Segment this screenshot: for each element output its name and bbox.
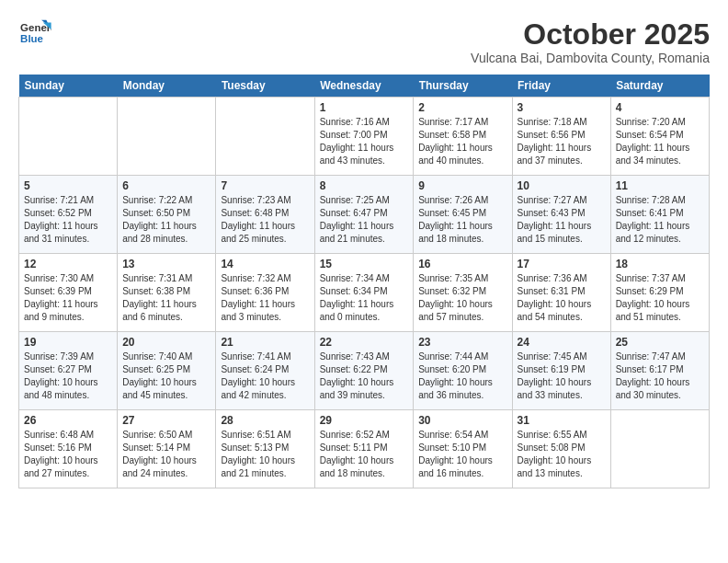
calendar-cell: 6Sunrise: 7:22 AM Sunset: 6:50 PM Daylig… — [118, 176, 216, 254]
calendar-cell: 15Sunrise: 7:34 AM Sunset: 6:34 PM Dayli… — [314, 254, 414, 332]
calendar-week-5: 26Sunrise: 6:48 AM Sunset: 5:16 PM Dayli… — [19, 410, 710, 488]
calendar-cell — [118, 98, 216, 176]
calendar-cell: 4Sunrise: 7:20 AM Sunset: 6:54 PM Daylig… — [610, 98, 709, 176]
month-title: October 2025 — [471, 18, 710, 51]
day-info: Sunrise: 7:22 AM Sunset: 6:50 PM Dayligh… — [122, 194, 210, 246]
calendar-week-1: 1Sunrise: 7:16 AM Sunset: 7:00 PM Daylig… — [19, 98, 710, 176]
calendar-week-4: 19Sunrise: 7:39 AM Sunset: 6:27 PM Dayli… — [19, 332, 710, 410]
calendar-cell: 23Sunrise: 7:44 AM Sunset: 6:20 PM Dayli… — [414, 332, 512, 410]
calendar-cell: 20Sunrise: 7:40 AM Sunset: 6:25 PM Dayli… — [118, 332, 216, 410]
calendar-cell: 19Sunrise: 7:39 AM Sunset: 6:27 PM Dayli… — [19, 332, 118, 410]
calendar-header: Sunday Monday Tuesday Wednesday Thursday… — [19, 75, 710, 98]
day-info: Sunrise: 7:39 AM Sunset: 6:27 PM Dayligh… — [24, 350, 112, 402]
day-info: Sunrise: 6:52 AM Sunset: 5:11 PM Dayligh… — [320, 429, 409, 480]
day-number: 14 — [221, 258, 309, 270]
calendar-cell: 9Sunrise: 7:26 AM Sunset: 6:45 PM Daylig… — [414, 176, 512, 254]
calendar-cell: 28Sunrise: 6:51 AM Sunset: 5:13 PM Dayli… — [216, 410, 314, 488]
calendar-cell: 31Sunrise: 6:55 AM Sunset: 5:08 PM Dayli… — [512, 410, 610, 488]
day-number: 24 — [518, 336, 606, 349]
day-number: 28 — [221, 414, 309, 427]
day-number: 4 — [616, 101, 704, 114]
calendar-cell: 21Sunrise: 7:41 AM Sunset: 6:24 PM Dayli… — [216, 332, 314, 410]
day-info: Sunrise: 6:55 AM Sunset: 5:08 PM Dayligh… — [518, 429, 606, 480]
day-info: Sunrise: 7:28 AM Sunset: 6:41 PM Dayligh… — [616, 194, 704, 246]
day-number: 27 — [122, 414, 210, 427]
day-number: 7 — [221, 179, 309, 192]
day-number: 29 — [320, 414, 409, 427]
day-info: Sunrise: 7:41 AM Sunset: 6:24 PM Dayligh… — [221, 350, 309, 402]
col-tuesday: Tuesday — [216, 75, 314, 98]
day-info: Sunrise: 7:16 AM Sunset: 7:00 PM Dayligh… — [320, 116, 409, 167]
day-number: 16 — [418, 258, 506, 270]
calendar-cell: 25Sunrise: 7:47 AM Sunset: 6:17 PM Dayli… — [610, 332, 709, 410]
day-info: Sunrise: 7:18 AM Sunset: 6:56 PM Dayligh… — [518, 116, 606, 167]
calendar-cell: 1Sunrise: 7:16 AM Sunset: 7:00 PM Daylig… — [314, 98, 414, 176]
day-info: Sunrise: 7:21 AM Sunset: 6:52 PM Dayligh… — [24, 194, 112, 246]
calendar-cell: 12Sunrise: 7:30 AM Sunset: 6:39 PM Dayli… — [19, 254, 118, 332]
calendar-cell: 24Sunrise: 7:45 AM Sunset: 6:19 PM Dayli… — [512, 332, 610, 410]
day-number: 18 — [616, 258, 704, 270]
calendar-cell: 11Sunrise: 7:28 AM Sunset: 6:41 PM Dayli… — [610, 176, 709, 254]
day-number: 21 — [221, 336, 309, 349]
day-number: 2 — [418, 101, 506, 114]
col-monday: Monday — [118, 75, 216, 98]
day-number: 12 — [24, 258, 112, 270]
day-info: Sunrise: 7:30 AM Sunset: 6:39 PM Dayligh… — [24, 272, 112, 324]
col-wednesday: Wednesday — [314, 75, 414, 98]
day-info: Sunrise: 7:27 AM Sunset: 6:43 PM Dayligh… — [518, 194, 606, 246]
calendar-cell: 30Sunrise: 6:54 AM Sunset: 5:10 PM Dayli… — [414, 410, 512, 488]
day-info: Sunrise: 7:43 AM Sunset: 6:22 PM Dayligh… — [320, 350, 409, 402]
calendar-week-2: 5Sunrise: 7:21 AM Sunset: 6:52 PM Daylig… — [19, 176, 710, 254]
day-info: Sunrise: 6:54 AM Sunset: 5:10 PM Dayligh… — [418, 429, 506, 480]
day-info: Sunrise: 7:40 AM Sunset: 6:25 PM Dayligh… — [122, 350, 210, 402]
day-number: 30 — [418, 414, 506, 427]
calendar-cell: 3Sunrise: 7:18 AM Sunset: 6:56 PM Daylig… — [512, 98, 610, 176]
calendar-cell: 18Sunrise: 7:37 AM Sunset: 6:29 PM Dayli… — [610, 254, 709, 332]
day-number: 3 — [518, 101, 606, 114]
col-friday: Friday — [512, 75, 610, 98]
day-number: 23 — [418, 336, 506, 349]
calendar-cell: 13Sunrise: 7:31 AM Sunset: 6:38 PM Dayli… — [118, 254, 216, 332]
day-info: Sunrise: 7:25 AM Sunset: 6:47 PM Dayligh… — [320, 194, 409, 246]
col-sunday: Sunday — [19, 75, 118, 98]
calendar-table: Sunday Monday Tuesday Wednesday Thursday… — [18, 75, 710, 488]
day-info: Sunrise: 7:26 AM Sunset: 6:45 PM Dayligh… — [418, 194, 506, 246]
calendar-cell: 29Sunrise: 6:52 AM Sunset: 5:11 PM Dayli… — [314, 410, 414, 488]
day-info: Sunrise: 7:36 AM Sunset: 6:31 PM Dayligh… — [518, 272, 606, 324]
calendar-body: 1Sunrise: 7:16 AM Sunset: 7:00 PM Daylig… — [19, 98, 710, 488]
day-number: 9 — [418, 179, 506, 192]
day-number: 20 — [122, 336, 210, 349]
day-number: 22 — [320, 336, 409, 349]
page-header: General Blue October 2025 Vulcana Bai, D… — [18, 18, 710, 65]
day-number: 17 — [518, 258, 606, 270]
col-saturday: Saturday — [610, 75, 709, 98]
day-info: Sunrise: 7:32 AM Sunset: 6:36 PM Dayligh… — [221, 272, 309, 324]
calendar-cell: 8Sunrise: 7:25 AM Sunset: 6:47 PM Daylig… — [314, 176, 414, 254]
col-thursday: Thursday — [414, 75, 512, 98]
calendar-cell — [19, 98, 118, 176]
calendar-cell: 5Sunrise: 7:21 AM Sunset: 6:52 PM Daylig… — [19, 176, 118, 254]
calendar-cell: 7Sunrise: 7:23 AM Sunset: 6:48 PM Daylig… — [216, 176, 314, 254]
day-number: 31 — [518, 414, 606, 427]
day-number: 25 — [616, 336, 704, 349]
calendar-cell: 27Sunrise: 6:50 AM Sunset: 5:14 PM Dayli… — [118, 410, 216, 488]
day-info: Sunrise: 7:37 AM Sunset: 6:29 PM Dayligh… — [616, 272, 704, 324]
day-info: Sunrise: 7:47 AM Sunset: 6:17 PM Dayligh… — [616, 350, 704, 402]
day-info: Sunrise: 7:20 AM Sunset: 6:54 PM Dayligh… — [616, 116, 704, 167]
day-info: Sunrise: 7:45 AM Sunset: 6:19 PM Dayligh… — [518, 350, 606, 402]
day-number: 6 — [122, 179, 210, 192]
calendar-cell: 2Sunrise: 7:17 AM Sunset: 6:58 PM Daylig… — [414, 98, 512, 176]
day-info: Sunrise: 7:34 AM Sunset: 6:34 PM Dayligh… — [320, 272, 409, 324]
calendar-cell: 22Sunrise: 7:43 AM Sunset: 6:22 PM Dayli… — [314, 332, 414, 410]
day-info: Sunrise: 6:51 AM Sunset: 5:13 PM Dayligh… — [221, 429, 309, 480]
calendar-cell: 14Sunrise: 7:32 AM Sunset: 6:36 PM Dayli… — [216, 254, 314, 332]
day-info: Sunrise: 7:35 AM Sunset: 6:32 PM Dayligh… — [418, 272, 506, 324]
title-block: October 2025 Vulcana Bai, Dambovita Coun… — [471, 18, 710, 65]
day-info: Sunrise: 7:17 AM Sunset: 6:58 PM Dayligh… — [418, 116, 506, 167]
day-number: 10 — [518, 179, 606, 192]
calendar-cell: 10Sunrise: 7:27 AM Sunset: 6:43 PM Dayli… — [512, 176, 610, 254]
location-subtitle: Vulcana Bai, Dambovita County, Romania — [471, 51, 710, 65]
day-number: 13 — [122, 258, 210, 270]
day-info: Sunrise: 7:31 AM Sunset: 6:38 PM Dayligh… — [122, 272, 210, 324]
calendar-week-3: 12Sunrise: 7:30 AM Sunset: 6:39 PM Dayli… — [19, 254, 710, 332]
